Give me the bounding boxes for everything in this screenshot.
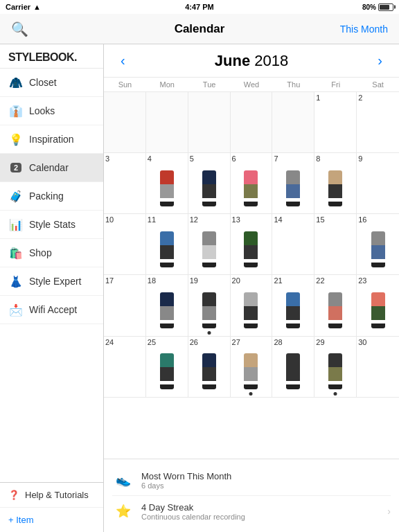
style-stats-icon: 📊: [8, 217, 24, 232]
outfit-figure: [283, 353, 303, 389]
stat-item-streak[interactable]: ⭐4 Day StreakContinuous calendar recordi…: [112, 496, 391, 526]
cal-outfit: [148, 226, 186, 274]
outfit-figure: [326, 353, 345, 389]
next-month-button[interactable]: ›: [372, 50, 388, 71]
sidebar-item-looks[interactable]: 👔Looks: [0, 97, 103, 125]
calendar-area: ‹ June 2018 › SunMonTueWedThuFriSat 1234…: [104, 44, 399, 532]
cal-date-number: 25: [148, 338, 186, 347]
cal-day-11[interactable]: 11: [146, 214, 188, 275]
cal-day-23[interactable]: 23: [357, 275, 399, 336]
outfit-top: [244, 231, 258, 247]
status-right: 80%: [362, 3, 393, 11]
cal-day-15[interactable]: 15: [314, 214, 357, 275]
cal-day-8[interactable]: 8: [314, 153, 357, 214]
sidebar-item-closet[interactable]: 🧥Closet: [0, 69, 103, 97]
outfit-bottom: [328, 367, 342, 381]
cal-date-number: 10: [105, 215, 144, 224]
outfit-bottom: [244, 367, 258, 381]
outfit-bottom: [244, 306, 258, 320]
cal-day-6[interactable]: 6: [231, 153, 273, 214]
prev-month-button[interactable]: ‹: [115, 50, 131, 71]
cal-day-26[interactable]: 26: [188, 337, 231, 398]
cal-day-7[interactable]: 7: [272, 153, 314, 214]
sidebar-item-wifi-accept[interactable]: 📩Wifi Accept: [0, 296, 103, 324]
outfit-figure: [369, 231, 388, 267]
cal-day-14[interactable]: 14: [272, 214, 314, 275]
cal-day-27[interactable]: 27: [231, 337, 273, 398]
sidebar-item-style-stats[interactable]: 📊Style Stats: [0, 211, 103, 239]
outfit-bottom: [202, 184, 216, 198]
cal-day-9[interactable]: 9: [357, 153, 399, 214]
cal-outfit: [274, 164, 312, 212]
outfit-shoes: [328, 202, 342, 206]
cal-outfit: [148, 164, 186, 212]
sidebar-item-calendar[interactable]: 2Calendar: [0, 154, 103, 182]
cal-day-2[interactable]: 2: [357, 92, 399, 153]
cal-day-24[interactable]: 24: [104, 337, 146, 398]
sidebar-item-shop[interactable]: 🛍️Shop: [0, 239, 103, 267]
cal-day-5[interactable]: 5: [188, 153, 231, 214]
outfit-bottom: [160, 245, 174, 259]
outfit-figure: [241, 353, 260, 389]
cal-date-number: 14: [274, 215, 312, 224]
outfit-shoes: [160, 202, 174, 206]
outfit-top: [328, 353, 342, 369]
outfit-shoes: [160, 323, 174, 328]
calendar-label: Calendar: [29, 162, 69, 173]
cal-day-1[interactable]: 1: [314, 92, 357, 153]
cal-day-empty-0: [104, 92, 146, 153]
day-header-wed: Wed: [231, 78, 273, 91]
outfit-bottom: [202, 306, 216, 320]
cal-day-29[interactable]: 29: [314, 337, 357, 398]
shop-label: Shop: [29, 247, 52, 258]
outfit-top: [202, 231, 216, 247]
help-tutorials-item[interactable]: ❓ Help & Tutorials: [0, 483, 103, 508]
calendar-year: 2018: [254, 52, 288, 69]
search-button[interactable]: 🔍: [11, 21, 28, 37]
battery-label: 80%: [362, 3, 376, 11]
this-month-button[interactable]: This Month: [340, 24, 388, 35]
cal-date-number: 4: [148, 154, 186, 163]
cal-day-10[interactable]: 10: [104, 214, 146, 275]
cal-day-22[interactable]: 22: [314, 275, 357, 336]
sidebar-item-inspiration[interactable]: 💡Inspiration: [0, 125, 103, 154]
outfit-bottom: [160, 184, 174, 198]
main-layout: STYLEBOOK. 🧥Closet👔Looks💡Inspiration2Cal…: [0, 44, 399, 532]
most-worn-title: Most Worn This Month: [141, 471, 391, 481]
outfit-top: [160, 353, 174, 369]
battery-icon: [378, 3, 393, 11]
cal-day-20[interactable]: 20: [231, 275, 273, 336]
add-item-button[interactable]: + Item: [0, 508, 103, 532]
stat-item-most-worn[interactable]: 👟Most Worn This Month6 days: [112, 465, 391, 496]
wifi-icon: ▲: [33, 3, 41, 11]
calendar-month-title: June 2018: [215, 52, 288, 70]
cal-day-21[interactable]: 21: [272, 275, 314, 336]
cal-day-30[interactable]: 30: [357, 337, 399, 398]
cal-day-4[interactable]: 4: [146, 153, 188, 214]
cal-outfit: [190, 348, 229, 396]
cal-date-number: 9: [358, 154, 398, 163]
cal-day-12[interactable]: 12: [188, 214, 231, 275]
outfit-shoes: [202, 384, 216, 389]
cal-date-number: 8: [316, 154, 355, 163]
cal-day-13[interactable]: 13: [231, 214, 273, 275]
looks-icon: 👔: [8, 103, 24, 118]
streak-arrow: ›: [387, 506, 391, 517]
sidebar-item-style-expert[interactable]: 👗Style Expert: [0, 267, 103, 296]
sidebar-item-packing[interactable]: 🧳Packing: [0, 182, 103, 211]
outfit-top: [244, 353, 258, 369]
status-left: Carrier ▲: [6, 3, 41, 11]
cal-day-empty-3: [231, 92, 273, 153]
cal-date-number: 26: [190, 338, 229, 347]
outfit-shoes: [286, 323, 300, 328]
cal-day-16[interactable]: 16: [357, 214, 399, 275]
cal-outfit: [358, 287, 398, 335]
cal-day-19[interactable]: 19: [188, 275, 231, 336]
outfit-bottom: [244, 184, 258, 198]
cal-day-28[interactable]: 28: [272, 337, 314, 398]
cal-day-25[interactable]: 25: [146, 337, 188, 398]
cal-day-18[interactable]: 18: [146, 275, 188, 336]
cal-day-17[interactable]: 17: [104, 275, 146, 336]
cal-day-3[interactable]: 3: [104, 153, 146, 214]
cal-date-number: 12: [190, 215, 229, 224]
